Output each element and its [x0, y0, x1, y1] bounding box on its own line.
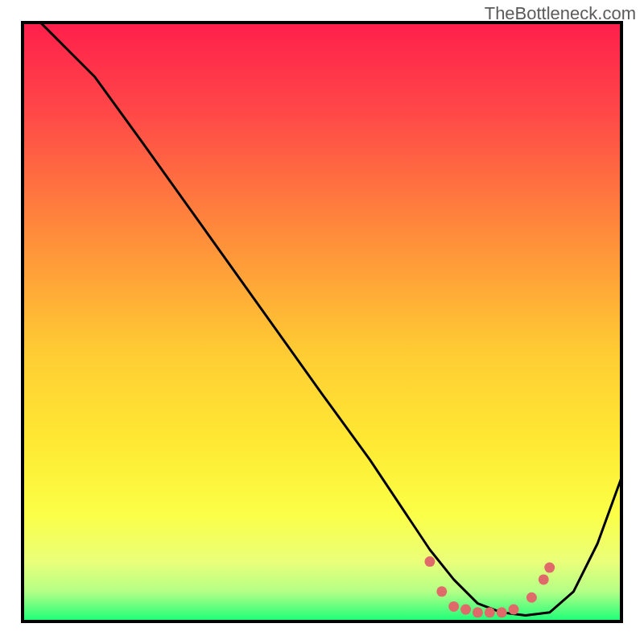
data-marker: [448, 601, 459, 612]
data-marker: [436, 586, 447, 597]
data-marker: [424, 556, 435, 567]
data-marker: [544, 563, 555, 573]
data-marker: [526, 592, 537, 603]
gradient-background: [23, 23, 621, 621]
data-marker: [473, 607, 483, 617]
data-marker: [460, 605, 471, 615]
watermark-text: TheBottleneck.com: [485, 3, 636, 24]
chart-svg-wrap: [0, 0, 644, 644]
data-marker: [497, 607, 507, 617]
chart-stage: TheBottleneck.com: [0, 0, 644, 644]
data-marker: [509, 605, 519, 615]
chart-svg: [0, 0, 644, 644]
data-marker: [539, 574, 549, 584]
data-marker: [485, 607, 495, 617]
